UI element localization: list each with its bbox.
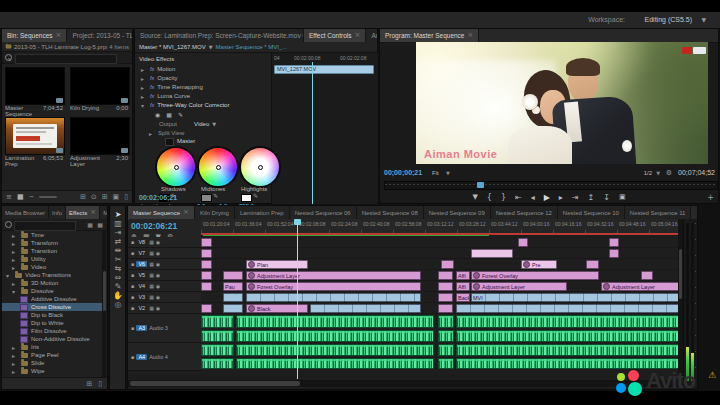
zoom-tool[interactable]: ◎: [110, 300, 126, 309]
twisty-icon[interactable]: ▸: [12, 232, 18, 239]
timeline-clip[interactable]: [201, 238, 212, 247]
midtones-color-wheel[interactable]: [197, 146, 239, 188]
tab-audio-track-mixer[interactable]: Audio Track Mixe: [366, 29, 377, 42]
lock-icon[interactable]: ▪: [131, 261, 134, 267]
timeline-clip[interactable]: [518, 238, 528, 247]
scrollbar-thumb[interactable]: [679, 249, 682, 299]
timeline-clip-forest-overlay[interactable]: Forest Overlay: [471, 271, 599, 280]
audio-clip[interactable]: [236, 358, 434, 369]
lift-icon[interactable]: ↥: [588, 193, 595, 202]
timeline-clip[interactable]: [310, 304, 421, 313]
tab-bin-sequences[interactable]: Bin: Sequences ×: [2, 29, 67, 42]
timeline-tab-nested-11[interactable]: Nested Sequence 11: [625, 206, 692, 219]
bin-item-label[interactable]: Lamination Prep6;05;53: [5, 155, 63, 167]
timeline-clip[interactable]: [201, 260, 212, 269]
tree-item-dip-to-black[interactable]: Dip to Black: [2, 311, 103, 319]
program-resolution[interactable]: 1/2: [644, 170, 652, 176]
timeline-clip[interactable]: [201, 304, 212, 313]
ripple-edit-tool[interactable]: ⇥: [110, 228, 126, 237]
bin-item-thumbnail-master-sequence[interactable]: [5, 67, 65, 105]
twisty-icon[interactable]: ▸: [141, 75, 147, 82]
tree-item-page-peel[interactable]: ▸Page Peel: [2, 351, 103, 359]
timeline-clip[interactable]: [201, 282, 212, 291]
rolling-edit-tool[interactable]: ⇄: [110, 237, 126, 246]
timeline-tab-nested-08[interactable]: Nested Sequence 08: [357, 206, 424, 219]
toggle-track-output-icon[interactable]: ◉: [156, 294, 160, 300]
twisty-icon[interactable]: ▸: [12, 240, 18, 247]
timeline-tab-nested-10[interactable]: Nested Sequence 10: [558, 206, 625, 219]
timeline-clip-adjustment-layer[interactable]: Adjustment Layer: [246, 271, 421, 280]
audio-clip[interactable]: [236, 315, 434, 328]
track-header-a3[interactable]: ▪ A3 Audio 3: [128, 314, 202, 343]
timeline-clip-forest-overlay[interactable]: Forest Overlay: [246, 282, 421, 291]
chevron-down-icon[interactable]: ▼: [212, 121, 216, 127]
twisty-icon[interactable]: ▸: [141, 66, 147, 73]
audio-clip[interactable]: [201, 315, 234, 328]
automate-to-sequence-icon[interactable]: ⊞: [80, 193, 86, 201]
ec-effect-luma-curve[interactable]: ▸ fx Luma Curve: [141, 92, 271, 100]
timeline-clip-filmstrip[interactable]: [246, 293, 421, 302]
icon-view-icon[interactable]: ▦: [17, 193, 24, 201]
lock-icon[interactable]: ▪: [131, 283, 134, 289]
lock-icon[interactable]: ▪: [131, 272, 134, 278]
scrollbar-thumb[interactable]: [130, 381, 300, 386]
track-header-v3[interactable]: ▪V3▦◉: [128, 292, 202, 303]
tree-item-non-additive-dissolve[interactable]: Non-Additive Dissolve: [2, 335, 103, 343]
twisty-icon[interactable]: ▾: [6, 272, 12, 279]
tree-item-time[interactable]: ▸Time: [2, 231, 103, 239]
toggle-track-output-icon[interactable]: ◉: [156, 261, 160, 267]
toggle-track-output-icon[interactable]: ◉: [156, 283, 160, 289]
find-icon[interactable]: ⊙: [91, 193, 97, 201]
timeline-clip-adjustment-layer[interactable]: Adjustment Layer: [601, 282, 681, 291]
timeline-clip[interactable]: [441, 260, 454, 269]
tree-item-film-dissolve[interactable]: Film Dissolve: [2, 327, 103, 335]
tree-item-video-transitions[interactable]: ▾Video Transitions: [2, 271, 103, 279]
accelerated-effects-icon[interactable]: ▦: [87, 221, 93, 228]
slide-tool[interactable]: ⇔: [110, 273, 126, 282]
bin-item-label[interactable]: Adjustment Layer2;30: [70, 155, 128, 167]
chevron-down-icon[interactable]: ▼: [656, 170, 660, 176]
timeline-clip-back[interactable]: Back: [456, 293, 470, 302]
tab-effect-controls[interactable]: Effect Controls ×: [304, 29, 366, 42]
timeline-clip[interactable]: [223, 271, 243, 280]
tree-item-3d-motion[interactable]: ▸3D Motion: [2, 279, 103, 287]
set-display-style-icon[interactable]: ▦: [149, 272, 154, 278]
track-select-tool[interactable]: ▥: [110, 219, 126, 228]
track-header-a4[interactable]: ▪ A4 Audio 4: [128, 343, 202, 371]
timeline-clip-mvi[interactable]: MVI: [471, 293, 681, 302]
twisty-icon[interactable]: ▸: [12, 280, 18, 287]
timeline-clip-black[interactable]: Black: [246, 304, 308, 313]
go-to-out-icon[interactable]: ⇥: [572, 193, 579, 202]
shadows-color-wheel[interactable]: [155, 146, 197, 188]
timeline-clip[interactable]: [438, 293, 453, 302]
lock-icon[interactable]: ▪: [131, 305, 134, 311]
wheel-handle[interactable]: [174, 165, 179, 170]
ec-effect-three-way-color-corrector[interactable]: ▾ fx Three-Way Color Corrector: [141, 101, 271, 109]
audio-clip[interactable]: [236, 344, 434, 356]
close-icon[interactable]: ×: [355, 32, 361, 39]
chevron-down-icon[interactable]: ▼: [209, 44, 213, 50]
audio-clip[interactable]: [201, 344, 234, 356]
output-value[interactable]: Video: [194, 121, 209, 127]
timeline-clip[interactable]: [223, 293, 243, 302]
audio-clip[interactable]: [201, 330, 234, 342]
timeline-clip-pre[interactable]: Pre: [521, 260, 557, 269]
new-custom-bin-icon[interactable]: ⊞: [86, 380, 92, 388]
track-header-v4[interactable]: ▪V4▦◉: [128, 281, 202, 292]
set-display-style-icon[interactable]: ▦: [149, 250, 154, 256]
twisty-icon[interactable]: ▸: [12, 248, 18, 255]
track-header-v2[interactable]: ▪V2▦◉: [128, 303, 202, 314]
ec-effect-time-remapping[interactable]: ▸ fx Time Remapping: [141, 83, 271, 91]
ec-split-view-row[interactable]: ▸ Split View: [149, 129, 279, 137]
tree-item-utility[interactable]: ▸Utility: [2, 255, 103, 263]
tree-item-iris[interactable]: ▸Iris: [2, 343, 103, 351]
timeline-clip-pause[interactable]: Pau: [223, 282, 243, 291]
set-display-style-icon[interactable]: ▦: [149, 305, 154, 311]
razor-tool[interactable]: ✂: [110, 255, 126, 264]
eyedropper-icon[interactable]: ✎: [178, 111, 183, 118]
timeline-clip-plan[interactable]: Plan: [246, 260, 308, 269]
timeline-ruler[interactable]: 00:01:20:04 00:01:36:04 00:01:52:04 00:0…: [201, 219, 681, 234]
timeline-clip-affi[interactable]: Affi: [456, 271, 470, 280]
slip-tool[interactable]: ⇆: [110, 264, 126, 273]
set-display-style-icon[interactable]: ▦: [149, 283, 154, 289]
